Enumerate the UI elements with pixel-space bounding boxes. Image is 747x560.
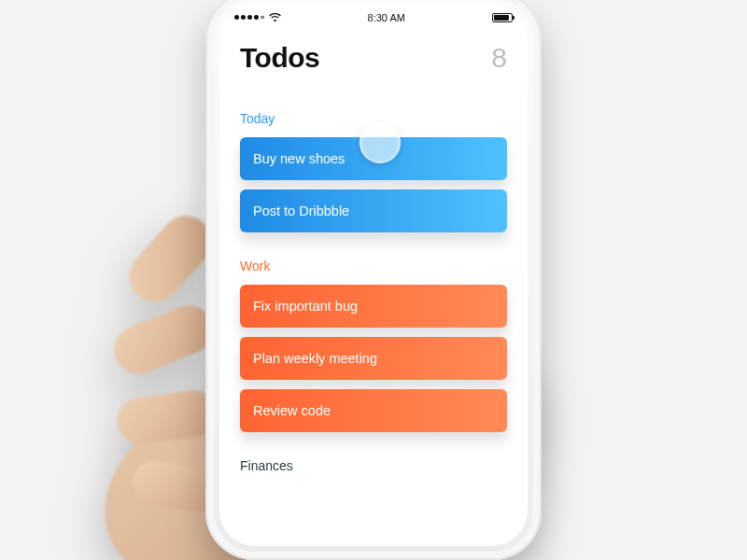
todo-card[interactable]: Fix important bug [240,285,507,328]
wifi-icon [269,13,281,22]
todo-card-label: Post to Dribbble [253,203,349,218]
battery-icon [492,13,513,22]
todo-card[interactable]: Plan weekly meeting [240,337,507,380]
todo-card-label: Buy new shoes [253,151,345,166]
todo-card-label: Plan weekly meeting [253,351,377,366]
todo-card-label: Fix important bug [253,299,358,314]
phone-screen: 8:30 AM Todos 8 Today Buy new shoes Post… [219,5,528,546]
todo-card[interactable]: Buy new shoes [240,137,507,180]
phone-device-frame: 8:30 AM Todos 8 Today Buy new shoes Post… [205,0,542,560]
section-label-today: Today [240,111,507,126]
cell-signal-icon [234,15,264,20]
status-bar: 8:30 AM [219,5,528,25]
section-label-work: Work [240,259,507,273]
todo-count: 8 [491,42,507,74]
status-time: 8:30 AM [368,12,405,23]
section-label-finances: Finances [240,458,507,473]
todo-card[interactable]: Review code [240,389,507,432]
todo-card[interactable]: Post to Dribbble [240,189,507,232]
page-title: Todos [240,42,319,74]
todo-card-label: Review code [253,403,331,418]
app-content: Todos 8 Today Buy new shoes Post to Drib… [219,25,528,546]
